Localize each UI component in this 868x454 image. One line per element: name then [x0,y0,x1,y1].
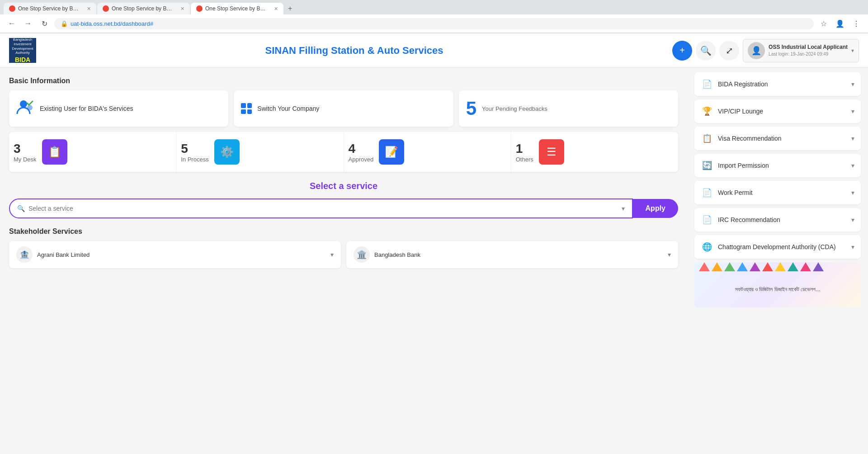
section-title: Basic Information [9,77,678,85]
user-chevron-icon: ▾ [851,47,854,54]
my-desk-stat[interactable]: 3 My Desk 📋 [9,132,176,172]
bangladesh-bank-card[interactable]: 🏛️ Bangladesh Bank ▾ [346,241,678,268]
sidebar-item-visa-recommendation[interactable]: 📋 Visa Recommendation ▾ [694,127,861,150]
in-process-stat[interactable]: 5 In Process ⚙️ [176,132,344,172]
vip-cip-icon: 🏆 [701,105,713,118]
irc-recommendation-chevron-icon: ▾ [851,216,854,223]
select-service-row: 🔍 ▾ Apply [9,199,678,218]
approved-stat[interactable]: 4 Approved 📝 [344,132,511,172]
my-desk-icon: 📋 [42,139,67,165]
menu-button[interactable]: ⋮ [850,17,863,30]
profile-button[interactable]: 👤 [834,17,846,30]
bida-registration-label: BIDA Registration [718,80,768,88]
forward-button[interactable]: → [22,17,34,30]
work-permit-left: 📄 Work Permit [701,186,753,199]
reload-button[interactable]: ↻ [38,17,51,30]
add-button[interactable]: + [672,41,692,61]
address-icon: 🔒 [61,20,68,27]
banner-text: সফটওয়্যার ও ডিজিটাল ডিজাইন মার্কেট ডেভে… [731,282,825,297]
tab-close-2[interactable]: ✕ [180,6,184,12]
others-stat[interactable]: 1 Others ☰ [511,132,678,172]
my-desk-label: My Desk [14,156,37,163]
pending-feedbacks-card[interactable]: 5 Your Pending Feedbacks [459,90,678,127]
irc-recommendation-left: 📄 IRC Recommendation [701,213,780,226]
sidebar-item-work-permit[interactable]: 📄 Work Permit ▾ [694,181,861,204]
search-icon: 🔍 [17,205,25,212]
approved-info: 4 Approved [349,142,374,163]
back-button[interactable]: ← [5,17,18,30]
dropdown-arrow-icon: ▾ [622,205,625,212]
vip-cip-chevron-icon: ▾ [851,108,854,115]
sidebar-item-bida-registration[interactable]: 📄 BIDA Registration ▾ [694,72,861,96]
visa-recommendation-label: Visa Recommendation [718,135,782,142]
tab-title-3: One Stop Service by Banglade... [205,5,269,12]
switch-company-card[interactable]: Switch Your Company [234,90,453,127]
work-permit-icon: 📄 [701,186,713,199]
import-permission-chevron-icon: ▾ [851,162,854,169]
info-cards: Existing User for BIDA's Services Switch… [9,90,678,127]
user-info[interactable]: 👤 OSS Industrial Local Applicant Last lo… [743,39,859,62]
address-bar[interactable]: 🔒 uat-bida.oss.net.bd/dashboard# [54,18,814,29]
tab-title-2: One Stop Service by Banglade... [112,5,175,12]
vip-cip-label: VIP/CIP Lounge [718,108,763,115]
agrani-bank-chevron-icon: ▾ [330,251,334,258]
bookmark-button[interactable]: ☆ [817,17,830,30]
existing-user-icon [16,99,34,119]
main-layout: Basic Information Existing User for BIDA… [0,68,868,451]
svg-point-0 [20,100,27,108]
in-process-icon: ⚙️ [214,139,240,165]
logo-abbr: BIDA [9,56,36,63]
search-button[interactable]: 🔍 [696,41,716,61]
expand-button[interactable]: ⤢ [719,41,739,61]
visa-recommendation-icon: 📋 [701,132,713,145]
my-desk-info: 3 My Desk [14,142,37,163]
browser-tab-1[interactable]: One Stop Service by Banglade... ✕ [4,3,96,14]
sidebar-item-import-permission[interactable]: 🔄 Import Permission ▾ [694,154,861,177]
chattogram-label: Chattogram Development Authority (CDA) [718,243,836,251]
work-permit-label: Work Permit [718,189,753,196]
import-permission-icon: 🔄 [701,159,713,172]
sidebar-item-chattogram[interactable]: 🌐 Chattogram Development Authority (CDA)… [694,235,861,259]
sidebar-item-vip-cip-lounge[interactable]: 🏆 VIP/CIP Lounge ▾ [694,99,861,123]
browser-tab-2[interactable]: One Stop Service by Banglade... ✕ [97,3,190,14]
bangladesh-bank-left: 🏛️ Bangladesh Bank [354,246,420,263]
service-select-wrapper[interactable]: 🔍 ▾ [9,199,633,218]
tab-favicon-2 [103,5,109,12]
apply-button[interactable]: Apply [633,199,678,218]
irc-recommendation-icon: 📄 [701,213,713,226]
app-header: Bangladesh Investment Development Author… [0,33,868,68]
irc-recommendation-label: IRC Recommendation [718,216,780,223]
my-desk-number: 3 [14,142,37,156]
select-service-section: Select a service 🔍 ▾ Apply [9,181,678,218]
in-process-number: 5 [181,142,208,156]
nav-icons: ☆ 👤 ⋮ [817,17,863,30]
stakeholder-section: Stakeholder Services 🏦 Agrani Bank Limit… [9,227,678,268]
existing-user-card[interactable]: Existing User for BIDA's Services [9,90,228,127]
content-area: Basic Information Existing User for BIDA… [0,68,687,451]
browser-tabs: One Stop Service by Banglade... ✕ One St… [0,0,868,14]
bangladesh-bank-name: Bangladesh Bank [374,251,420,258]
sidebar: 📄 BIDA Registration ▾ 🏆 VIP/CIP Lounge ▾… [687,68,868,451]
svg-point-1 [27,105,33,110]
agrani-bank-logo: 🏦 [16,246,33,263]
last-login: Last login: 19-Jan-2024 09:49 [769,51,848,57]
work-permit-chevron-icon: ▾ [851,189,854,196]
browser-tab-3[interactable]: One Stop Service by Banglade... ✕ [191,3,283,14]
avatar: 👤 [748,42,765,59]
bangladesh-bank-logo: 🏛️ [354,246,370,263]
pending-label: Your Pending Feedbacks [482,105,547,112]
approved-icon: 📝 [379,139,404,165]
in-process-label: In Process [181,156,208,163]
switch-company-icon [241,103,252,114]
tab-close-3[interactable]: ✕ [274,6,278,12]
new-tab-button[interactable]: + [284,3,296,14]
search-input[interactable] [28,205,618,212]
chattogram-icon: 🌐 [701,241,713,253]
select-service-title: Select a service [9,181,678,191]
banner: সফটওয়্যার ও ডিজিটাল ডিজাইন মার্কেট ডেভে… [694,262,861,307]
tab-favicon-3 [196,5,203,12]
others-number: 1 [516,142,533,156]
sidebar-item-irc-recommendation[interactable]: 📄 IRC Recommendation ▾ [694,208,861,232]
agrani-bank-card[interactable]: 🏦 Agrani Bank Limited ▾ [9,241,341,268]
tab-close-1[interactable]: ✕ [87,6,91,12]
